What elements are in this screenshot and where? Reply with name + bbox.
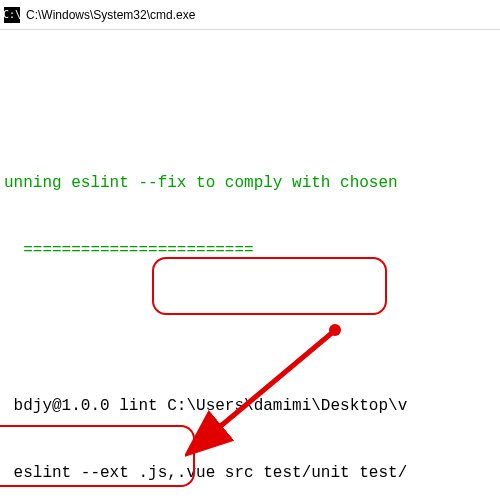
window-title: C:\Windows\System32\cmd.exe <box>26 8 195 22</box>
output-divider: ======================== <box>0 239 500 261</box>
terminal-output: unning eslint --fix to comply with chose… <box>0 30 500 500</box>
output-line: eslint --ext .js,.vue src test/unit test… <box>0 462 500 484</box>
window-titlebar: C:\ C:\Windows\System32\cmd.exe <box>0 0 500 30</box>
output-line: unning eslint --fix to comply with chose… <box>0 172 500 194</box>
cmd-icon: C:\ <box>4 7 20 23</box>
output-line: bdjy@1.0.0 lint C:\Users\damimi\Desktop\… <box>0 395 500 417</box>
